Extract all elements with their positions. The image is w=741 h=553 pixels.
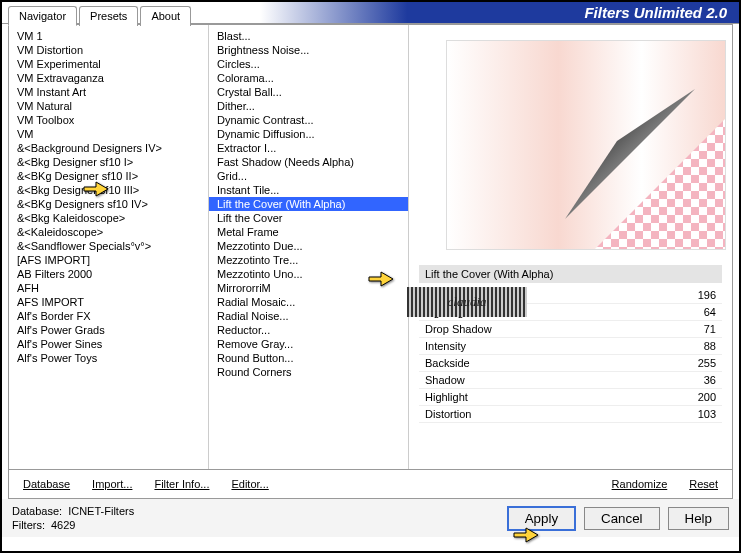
apply-button[interactable]: Apply (507, 506, 576, 531)
param-name: Drop Shadow (425, 323, 492, 335)
param-row[interactable]: Distortion103 (419, 406, 722, 423)
tab-presets[interactable]: Presets (79, 6, 138, 26)
tab-navigator[interactable]: Navigator (8, 6, 77, 26)
app-title: Filters Unlimited 2.0 (584, 4, 727, 21)
param-title: Lift the Cover (With Alpha) (419, 265, 722, 283)
filter-panel: Blast...Brightness Noise...Circles...Col… (209, 25, 409, 469)
param-name: Distortion (425, 408, 471, 420)
list-item[interactable]: &<Bkg Kaleidoscope> (9, 211, 208, 225)
filter-list[interactable]: Blast...Brightness Noise...Circles...Col… (209, 25, 408, 469)
param-name: Shadow (425, 374, 465, 386)
list-item[interactable]: Radial Noise... (209, 309, 408, 323)
list-item[interactable]: Mezzotinto Tre... (209, 253, 408, 267)
list-item[interactable]: Dynamic Contrast... (209, 113, 408, 127)
list-item[interactable]: Alf's Border FX (9, 309, 208, 323)
reset-link[interactable]: Reset (685, 476, 722, 492)
list-item[interactable]: &<BKg Designers sf10 IV> (9, 197, 208, 211)
list-item[interactable]: AB Filters 2000 (9, 267, 208, 281)
tabs: Navigator Presets About (8, 6, 193, 26)
list-item[interactable]: VM Instant Art (9, 85, 208, 99)
param-value: 103 (698, 408, 716, 420)
list-item[interactable]: AFH (9, 281, 208, 295)
list-item[interactable]: VM Natural (9, 99, 208, 113)
param-row[interactable]: Intensity88 (419, 338, 722, 355)
param-row[interactable]: Shadow36 (419, 372, 722, 389)
param-value: 64 (704, 306, 716, 318)
category-list[interactable]: VM 1VM DistortionVM ExperimentalVM Extra… (9, 25, 208, 469)
list-item[interactable]: VM 1 (9, 29, 208, 43)
list-item[interactable]: [AFS IMPORT] (9, 253, 208, 267)
list-item[interactable]: Round Corners (209, 365, 408, 379)
list-item[interactable]: Metal Frame (209, 225, 408, 239)
list-item[interactable]: &<Kaleidoscope> (9, 225, 208, 239)
randomize-link[interactable]: Randomize (608, 476, 672, 492)
list-item[interactable]: Fast Shadow (Needs Alpha) (209, 155, 408, 169)
list-item[interactable]: Blast... (209, 29, 408, 43)
list-item[interactable]: VM (9, 127, 208, 141)
list-item[interactable]: AFS IMPORT (9, 295, 208, 309)
param-value: 255 (698, 357, 716, 369)
list-item[interactable]: Round Button... (209, 351, 408, 365)
list-item[interactable]: &<BKg Designer sf10 II> (9, 169, 208, 183)
list-item[interactable]: Colorama... (209, 71, 408, 85)
watermark: claudia (407, 287, 527, 317)
param-value: 71 (704, 323, 716, 335)
editor-link[interactable]: Editor... (227, 476, 272, 492)
list-item[interactable]: &<Background Designers IV> (9, 141, 208, 155)
list-item[interactable]: Mezzotinto Due... (209, 239, 408, 253)
preview-canvas (446, 40, 726, 250)
param-name: Highlight (425, 391, 468, 403)
db-value: ICNET-Filters (68, 505, 134, 517)
list-item[interactable]: &<Sandflower Specials°v°> (9, 239, 208, 253)
list-item[interactable]: Dynamic Diffusion... (209, 127, 408, 141)
link-row: Database Import... Filter Info... Editor… (8, 470, 733, 499)
header: Navigator Presets About Filters Unlimite… (2, 2, 739, 24)
list-item[interactable]: VM Extravaganza (9, 71, 208, 85)
list-item[interactable]: Radial Mosaic... (209, 295, 408, 309)
list-item[interactable]: Grid... (209, 169, 408, 183)
param-row[interactable]: Backside255 (419, 355, 722, 372)
bottom-bar: Database:ICNET-Filters Filters:4629 Appl… (2, 499, 739, 537)
list-item[interactable]: MirrororriM (209, 281, 408, 295)
preview-image-area (409, 25, 732, 265)
main: VM 1VM DistortionVM ExperimentalVM Extra… (8, 24, 733, 470)
param-row[interactable]: Drop Shadow71 (419, 321, 722, 338)
info: Database:ICNET-Filters Filters:4629 (12, 505, 134, 531)
help-button[interactable]: Help (668, 507, 729, 530)
cancel-button[interactable]: Cancel (584, 507, 660, 530)
list-item[interactable]: Crystal Ball... (209, 85, 408, 99)
param-value: 36 (704, 374, 716, 386)
param-value: 196 (698, 289, 716, 301)
list-item[interactable]: VM Toolbox (9, 113, 208, 127)
list-item[interactable]: VM Experimental (9, 57, 208, 71)
db-label: Database: (12, 505, 62, 517)
list-item[interactable]: Lift the Cover (209, 211, 408, 225)
list-item[interactable]: Dither... (209, 99, 408, 113)
tab-about[interactable]: About (140, 6, 191, 26)
preview-panel: Lift the Cover (With Alpha) Edge Positio… (409, 25, 732, 469)
list-item[interactable]: Circles... (209, 57, 408, 71)
param-name: Intensity (425, 340, 466, 352)
list-item[interactable]: &<Bkg Designer sf10 I> (9, 155, 208, 169)
list-item[interactable]: Brightness Noise... (209, 43, 408, 57)
param-row[interactable]: Highlight200 (419, 389, 722, 406)
param-value: 88 (704, 340, 716, 352)
category-panel: VM 1VM DistortionVM ExperimentalVM Extra… (9, 25, 209, 469)
param-name: Backside (425, 357, 470, 369)
list-item[interactable]: Alf's Power Toys (9, 351, 208, 365)
list-item[interactable]: Mezzotinto Uno... (209, 267, 408, 281)
list-item[interactable]: Extractor I... (209, 141, 408, 155)
list-item[interactable]: Remove Gray... (209, 337, 408, 351)
list-item[interactable]: Lift the Cover (With Alpha) (209, 197, 408, 211)
list-item[interactable]: VM Distortion (9, 43, 208, 57)
list-item[interactable]: Alf's Power Grads (9, 323, 208, 337)
list-item[interactable]: Alf's Power Sines (9, 337, 208, 351)
import-link[interactable]: Import... (88, 476, 136, 492)
filterinfo-link[interactable]: Filter Info... (150, 476, 213, 492)
list-item[interactable]: &<Bkg Designer sf10 III> (9, 183, 208, 197)
filters-label: Filters: (12, 519, 45, 531)
list-item[interactable]: Instant Tile... (209, 183, 408, 197)
list-item[interactable]: Reductor... (209, 323, 408, 337)
filters-value: 4629 (51, 519, 75, 531)
database-link[interactable]: Database (19, 476, 74, 492)
